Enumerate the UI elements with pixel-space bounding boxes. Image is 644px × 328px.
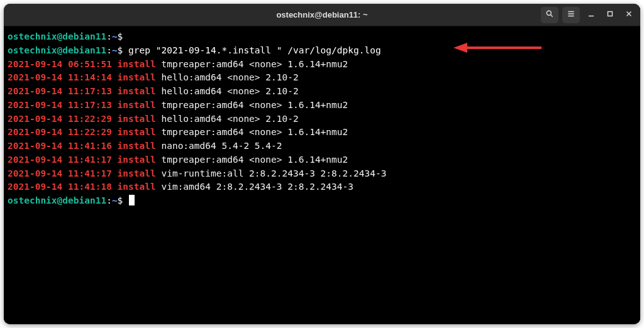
- close-button[interactable]: [621, 7, 636, 23]
- log-action: install: [118, 127, 156, 137]
- log-package: hello:amd64 <none> 2.10-2: [156, 114, 299, 124]
- output-line: 2021-09-14 11:41:16 install nano:amd64 5…: [8, 139, 636, 153]
- prompt-symbol: $: [118, 31, 123, 41]
- log-action: install: [118, 155, 156, 165]
- command-text: grep "2021-09-14.*.install " /var/log/dp…: [128, 45, 381, 55]
- search-button[interactable]: [541, 7, 558, 23]
- output-line: 2021-09-14 11:41:17 install tmpreaper:am…: [8, 153, 636, 167]
- log-datetime: 2021-09-14 06:51:51: [8, 59, 118, 69]
- log-package: tmpreaper:amd64 <none> 1.6.14+nmu2: [156, 155, 348, 165]
- log-action: install: [118, 168, 156, 178]
- hamburger-icon: [567, 9, 575, 21]
- titlebar-controls: [541, 7, 636, 23]
- log-package: hello:amd64 <none> 2.10-2: [156, 72, 299, 82]
- prompt-user: ostechnix@debian11: [8, 45, 106, 55]
- svg-point-0: [547, 11, 551, 15]
- log-datetime: 2021-09-14 11:22:29: [8, 127, 118, 137]
- terminal-body[interactable]: ostechnix@debian11:~$ ostechnix@debian11…: [4, 26, 640, 324]
- log-package: nano:amd64 5.4-2 5.4-2: [156, 141, 282, 151]
- output-line: 2021-09-14 06:51:51 install tmpreaper:am…: [8, 58, 636, 72]
- log-action: install: [118, 100, 156, 110]
- log-datetime: 2021-09-14 11:41:17: [8, 168, 118, 178]
- svg-rect-6: [608, 11, 613, 16]
- log-package: vim-runtime:all 2:8.2.2434-3 2:8.2.2434-…: [156, 168, 387, 178]
- log-action: install: [118, 72, 156, 82]
- log-datetime: 2021-09-14 11:41:18: [8, 182, 118, 192]
- cursor: [129, 195, 135, 205]
- titlebar: ostechnix@debian11: ~: [4, 4, 640, 26]
- prompt-colon: :: [106, 195, 112, 205]
- log-datetime: 2021-09-14 11:14:14: [8, 72, 118, 82]
- log-package: tmpreaper:amd64 <none> 1.6.14+nmu2: [156, 59, 348, 69]
- prompt-user: ostechnix@debian11: [8, 195, 106, 205]
- log-package: hello:amd64 <none> 2.10-2: [156, 86, 299, 96]
- log-action: install: [118, 59, 156, 69]
- log-action: install: [118, 86, 156, 96]
- log-datetime: 2021-09-14 11:17:13: [8, 86, 118, 96]
- prompt-path: ~: [112, 45, 118, 55]
- log-package: tmpreaper:amd64 <none> 1.6.14+nmu2: [156, 100, 348, 110]
- prompt-path: ~: [112, 195, 118, 205]
- prompt-colon: :: [106, 31, 112, 41]
- log-datetime: 2021-09-14 11:17:13: [8, 100, 118, 110]
- active-prompt-line: ostechnix@debian11:~$: [8, 194, 636, 208]
- log-package: tmpreaper:amd64 <none> 1.6.14+nmu2: [156, 127, 348, 137]
- close-icon: [625, 9, 633, 21]
- output-line: 2021-09-14 11:41:18 install vim:amd64 2:…: [8, 180, 636, 194]
- output-line: 2021-09-14 11:17:13 install tmpreaper:am…: [8, 99, 636, 112]
- output-line: 2021-09-14 11:22:29 install tmpreaper:am…: [8, 126, 636, 139]
- prompt-colon: :: [106, 45, 112, 55]
- maximize-button[interactable]: [602, 7, 618, 23]
- prompt-symbol: $: [118, 195, 128, 205]
- command-line: ostechnix@debian11:~$ grep "2021-09-14.*…: [8, 44, 636, 58]
- svg-line-1: [551, 14, 553, 16]
- log-action: install: [118, 182, 156, 192]
- log-package: vim:amd64 2:8.2.2434-3 2:8.2.2434-3: [156, 182, 353, 192]
- log-datetime: 2021-09-14 11:41:17: [8, 155, 118, 165]
- log-action: install: [118, 114, 156, 124]
- prompt-symbol: $: [118, 45, 128, 55]
- log-datetime: 2021-09-14 11:41:16: [8, 141, 118, 151]
- prompt-line: ostechnix@debian11:~$: [8, 30, 636, 44]
- prompt-path: ~: [112, 31, 118, 41]
- search-icon: [545, 9, 554, 21]
- log-datetime: 2021-09-14 11:22:29: [8, 114, 118, 124]
- minimize-button[interactable]: [584, 7, 599, 23]
- menu-button[interactable]: [562, 7, 580, 23]
- minimize-icon: [587, 9, 596, 21]
- log-action: install: [118, 141, 156, 151]
- prompt-user: ostechnix@debian11: [8, 31, 106, 41]
- terminal-window: ostechnix@debian11: ~: [4, 4, 640, 324]
- output-line: 2021-09-14 11:41:17 install vim-runtime:…: [8, 167, 636, 181]
- output-line: 2021-09-14 11:17:13 install hello:amd64 …: [8, 85, 636, 99]
- output-line: 2021-09-14 11:14:14 install hello:amd64 …: [8, 71, 636, 85]
- output-line: 2021-09-14 11:22:29 install hello:amd64 …: [8, 112, 636, 126]
- maximize-icon: [606, 9, 614, 21]
